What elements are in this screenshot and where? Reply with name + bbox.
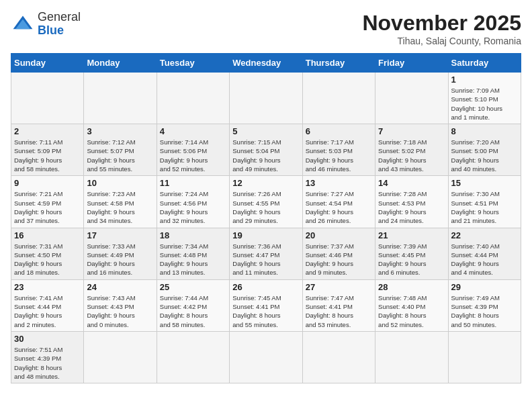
- day-number: 3: [87, 126, 153, 136]
- calendar-cell: 30Sunrise: 7:51 AMSunset: 4:39 PMDayligh…: [11, 331, 84, 383]
- day-info: Sunrise: 7:30 AMSunset: 4:51 PMDaylight:…: [451, 189, 518, 225]
- calendar-cell: 19Sunrise: 7:36 AMSunset: 4:47 PMDayligh…: [230, 228, 302, 279]
- day-number: 15: [451, 178, 518, 188]
- calendar-header-row: SundayMondayTuesdayWednesdayThursdayFrid…: [11, 54, 521, 73]
- calendar-cell: 8Sunrise: 7:20 AMSunset: 5:00 PMDaylight…: [448, 124, 521, 176]
- day-number: 23: [14, 282, 81, 292]
- generalblue-logo-icon: [11, 12, 35, 36]
- day-number: 7: [378, 126, 445, 136]
- day-info: Sunrise: 7:47 AMSunset: 4:41 PMDaylight:…: [306, 293, 372, 329]
- day-number: 21: [378, 230, 445, 240]
- day-number: 4: [160, 126, 226, 136]
- day-info: Sunrise: 7:36 AMSunset: 4:47 PMDaylight:…: [232, 242, 299, 277]
- calendar-cell: 14Sunrise: 7:28 AMSunset: 4:53 PMDayligh…: [375, 176, 448, 228]
- calendar-cell: 12Sunrise: 7:26 AMSunset: 4:55 PMDayligh…: [230, 176, 302, 228]
- day-number: 16: [14, 230, 81, 240]
- calendar-cell: [11, 73, 84, 124]
- calendar-table: SundayMondayTuesdayWednesdayThursdayFrid…: [11, 53, 521, 383]
- day-info: Sunrise: 7:21 AMSunset: 4:59 PMDaylight:…: [14, 189, 81, 225]
- weekday-header-saturday: Saturday: [448, 54, 521, 73]
- day-number: 28: [378, 282, 445, 292]
- day-number: 20: [306, 230, 372, 240]
- day-number: 18: [160, 230, 226, 240]
- calendar-body: 1Sunrise: 7:09 AMSunset: 5:10 PMDaylight…: [11, 73, 521, 383]
- day-info: Sunrise: 7:51 AMSunset: 4:39 PMDaylight:…: [14, 345, 81, 381]
- month-year-title: November 2025: [362, 11, 521, 36]
- calendar-cell: 2Sunrise: 7:11 AMSunset: 5:09 PMDaylight…: [11, 124, 84, 176]
- day-number: 13: [306, 178, 372, 188]
- calendar-cell: 15Sunrise: 7:30 AMSunset: 4:51 PMDayligh…: [448, 176, 521, 228]
- day-number: 10: [87, 178, 153, 188]
- day-info: Sunrise: 7:37 AMSunset: 4:46 PMDaylight:…: [306, 242, 372, 277]
- day-info: Sunrise: 7:39 AMSunset: 4:45 PMDaylight:…: [378, 242, 445, 277]
- calendar-cell: [302, 73, 375, 124]
- day-number: 12: [232, 178, 299, 188]
- calendar-cell: 7Sunrise: 7:18 AMSunset: 5:02 PMDaylight…: [375, 124, 448, 176]
- day-info: Sunrise: 7:28 AMSunset: 4:53 PMDaylight:…: [378, 189, 445, 225]
- day-number: 8: [451, 126, 518, 136]
- day-info: Sunrise: 7:24 AMSunset: 4:56 PMDaylight:…: [160, 189, 226, 225]
- calendar-week-row: 1Sunrise: 7:09 AMSunset: 5:10 PMDaylight…: [11, 73, 521, 124]
- calendar-cell: 11Sunrise: 7:24 AMSunset: 4:56 PMDayligh…: [157, 176, 229, 228]
- calendar-cell: 20Sunrise: 7:37 AMSunset: 4:46 PMDayligh…: [302, 228, 375, 279]
- day-info: Sunrise: 7:12 AMSunset: 5:07 PMDaylight:…: [87, 138, 153, 173]
- calendar-cell: [375, 331, 448, 383]
- day-info: Sunrise: 7:09 AMSunset: 5:10 PMDaylight:…: [451, 86, 518, 122]
- day-number: 11: [160, 178, 226, 188]
- location-subtitle: Tihau, Salaj County, Romania: [362, 36, 521, 46]
- weekday-header-wednesday: Wednesday: [230, 54, 302, 73]
- calendar-cell: 18Sunrise: 7:34 AMSunset: 4:48 PMDayligh…: [157, 228, 229, 279]
- day-info: Sunrise: 7:33 AMSunset: 4:49 PMDaylight:…: [87, 242, 153, 277]
- calendar-cell: 6Sunrise: 7:17 AMSunset: 5:03 PMDaylight…: [302, 124, 375, 176]
- day-number: 26: [232, 282, 299, 292]
- calendar-cell: 4Sunrise: 7:14 AMSunset: 5:06 PMDaylight…: [157, 124, 229, 176]
- calendar-cell: 24Sunrise: 7:43 AMSunset: 4:43 PMDayligh…: [84, 279, 157, 331]
- calendar-cell: [302, 331, 375, 383]
- calendar-cell: 25Sunrise: 7:44 AMSunset: 4:42 PMDayligh…: [157, 279, 229, 331]
- day-info: Sunrise: 7:11 AMSunset: 5:09 PMDaylight:…: [14, 138, 81, 173]
- weekday-header-friday: Friday: [375, 54, 448, 73]
- calendar-cell: [84, 331, 157, 383]
- calendar-week-row: 23Sunrise: 7:41 AMSunset: 4:44 PMDayligh…: [11, 279, 521, 331]
- logo-text: General Blue: [38, 11, 81, 38]
- day-info: Sunrise: 7:26 AMSunset: 4:55 PMDaylight:…: [232, 189, 299, 225]
- calendar-cell: 16Sunrise: 7:31 AMSunset: 4:50 PMDayligh…: [11, 228, 84, 279]
- day-info: Sunrise: 7:27 AMSunset: 4:54 PMDaylight:…: [306, 189, 372, 225]
- day-info: Sunrise: 7:23 AMSunset: 4:58 PMDaylight:…: [87, 189, 153, 225]
- day-info: Sunrise: 7:34 AMSunset: 4:48 PMDaylight:…: [160, 242, 226, 277]
- calendar-cell: 10Sunrise: 7:23 AMSunset: 4:58 PMDayligh…: [84, 176, 157, 228]
- day-info: Sunrise: 7:20 AMSunset: 5:00 PMDaylight:…: [451, 138, 518, 173]
- calendar-cell: 17Sunrise: 7:33 AMSunset: 4:49 PMDayligh…: [84, 228, 157, 279]
- calendar-cell: 1Sunrise: 7:09 AMSunset: 5:10 PMDaylight…: [448, 73, 521, 124]
- title-area: November 2025 Tihau, Salaj County, Roman…: [362, 11, 521, 46]
- day-number: 14: [378, 178, 445, 188]
- calendar-cell: [230, 73, 302, 124]
- day-info: Sunrise: 7:31 AMSunset: 4:50 PMDaylight:…: [14, 242, 81, 277]
- calendar-cell: [375, 73, 448, 124]
- calendar-cell: 27Sunrise: 7:47 AMSunset: 4:41 PMDayligh…: [302, 279, 375, 331]
- weekday-header-thursday: Thursday: [302, 54, 375, 73]
- day-number: 9: [14, 178, 81, 188]
- calendar-cell: 5Sunrise: 7:15 AMSunset: 5:04 PMDaylight…: [230, 124, 302, 176]
- day-number: 25: [160, 282, 226, 292]
- calendar-cell: 22Sunrise: 7:40 AMSunset: 4:44 PMDayligh…: [448, 228, 521, 279]
- calendar-week-row: 30Sunrise: 7:51 AMSunset: 4:39 PMDayligh…: [11, 331, 521, 383]
- day-number: 19: [232, 230, 299, 240]
- day-number: 24: [87, 282, 153, 292]
- day-info: Sunrise: 7:43 AMSunset: 4:43 PMDaylight:…: [87, 293, 153, 329]
- day-info: Sunrise: 7:48 AMSunset: 4:40 PMDaylight:…: [378, 293, 445, 329]
- header: General Blue November 2025 Tihau, Salaj …: [11, 11, 521, 46]
- day-info: Sunrise: 7:15 AMSunset: 5:04 PMDaylight:…: [232, 138, 299, 173]
- day-number: 6: [306, 126, 372, 136]
- day-info: Sunrise: 7:49 AMSunset: 4:39 PMDaylight:…: [451, 293, 518, 329]
- calendar-cell: 21Sunrise: 7:39 AMSunset: 4:45 PMDayligh…: [375, 228, 448, 279]
- day-number: 30: [14, 334, 81, 344]
- calendar-week-row: 9Sunrise: 7:21 AMSunset: 4:59 PMDaylight…: [11, 176, 521, 228]
- weekday-header-sunday: Sunday: [11, 54, 84, 73]
- weekday-header-tuesday: Tuesday: [157, 54, 229, 73]
- weekday-header-monday: Monday: [84, 54, 157, 73]
- calendar-cell: 28Sunrise: 7:48 AMSunset: 4:40 PMDayligh…: [375, 279, 448, 331]
- calendar-cell: [448, 331, 521, 383]
- calendar-cell: 13Sunrise: 7:27 AMSunset: 4:54 PMDayligh…: [302, 176, 375, 228]
- day-number: 22: [451, 230, 518, 240]
